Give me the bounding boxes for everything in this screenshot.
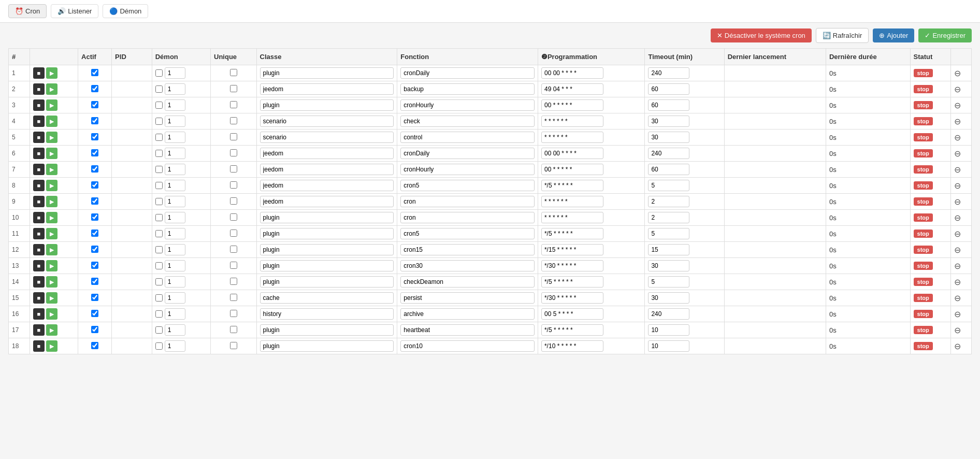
timeout-input[interactable] xyxy=(648,276,689,288)
classe-input[interactable] xyxy=(260,196,394,207)
run-button[interactable]: ▶ xyxy=(46,67,57,79)
fonction-input[interactable] xyxy=(400,324,535,336)
fonction-input[interactable] xyxy=(400,99,535,111)
programmation-input[interactable] xyxy=(541,292,603,304)
run-button[interactable]: ▶ xyxy=(46,132,57,143)
timeout-input[interactable] xyxy=(648,308,689,320)
run-button[interactable]: ▶ xyxy=(46,324,57,336)
unique-checkbox[interactable] xyxy=(230,133,237,140)
actif-checkbox[interactable] xyxy=(91,278,98,285)
unique-checkbox[interactable] xyxy=(230,326,237,333)
remove-button[interactable]: ⊖ xyxy=(954,149,961,159)
edit-button[interactable]: ■ xyxy=(33,308,45,320)
nav-listener[interactable]: 🔊 Listener xyxy=(51,4,98,18)
unique-checkbox[interactable] xyxy=(230,262,237,269)
timeout-input[interactable] xyxy=(648,116,689,127)
programmation-input[interactable] xyxy=(541,228,603,239)
remove-button[interactable]: ⊖ xyxy=(954,245,961,255)
demon-checkbox[interactable] xyxy=(155,294,163,302)
classe-input[interactable] xyxy=(260,340,394,352)
demon-checkbox[interactable] xyxy=(155,342,163,350)
run-button[interactable]: ▶ xyxy=(46,340,57,352)
programmation-input[interactable] xyxy=(541,324,603,336)
programmation-input[interactable] xyxy=(541,340,603,352)
demon-input[interactable] xyxy=(165,244,185,255)
stop-button[interactable]: stop xyxy=(914,165,933,174)
timeout-input[interactable] xyxy=(648,212,689,223)
demon-checkbox[interactable] xyxy=(155,102,163,109)
stop-button[interactable]: stop xyxy=(914,85,933,93)
stop-button[interactable]: stop xyxy=(914,117,933,125)
programmation-input[interactable] xyxy=(541,67,603,79)
fonction-input[interactable] xyxy=(400,148,535,159)
unique-checkbox[interactable] xyxy=(230,85,237,92)
timeout-input[interactable] xyxy=(648,83,689,95)
actif-checkbox[interactable] xyxy=(91,117,98,124)
fonction-input[interactable] xyxy=(400,308,535,320)
classe-input[interactable] xyxy=(260,67,394,79)
programmation-input[interactable] xyxy=(541,196,603,207)
remove-button[interactable]: ⊖ xyxy=(954,293,961,303)
edit-button[interactable]: ■ xyxy=(33,276,45,288)
timeout-input[interactable] xyxy=(648,228,689,239)
timeout-input[interactable] xyxy=(648,196,689,207)
demon-input[interactable] xyxy=(165,340,185,352)
run-button[interactable]: ▶ xyxy=(46,308,57,320)
remove-button[interactable]: ⊖ xyxy=(954,309,961,319)
fonction-input[interactable] xyxy=(400,276,535,288)
classe-input[interactable] xyxy=(260,308,394,320)
demon-input[interactable] xyxy=(165,132,185,143)
remove-button[interactable]: ⊖ xyxy=(954,133,961,142)
actif-checkbox[interactable] xyxy=(91,294,98,301)
demon-checkbox[interactable] xyxy=(155,69,163,77)
demon-checkbox[interactable] xyxy=(155,214,163,221)
programmation-input[interactable] xyxy=(541,116,603,127)
run-button[interactable]: ▶ xyxy=(46,116,57,127)
timeout-input[interactable] xyxy=(648,180,689,191)
demon-checkbox[interactable] xyxy=(155,85,163,93)
stop-button[interactable]: stop xyxy=(914,342,933,350)
stop-button[interactable]: stop xyxy=(914,101,933,109)
classe-input[interactable] xyxy=(260,212,394,223)
remove-button[interactable]: ⊖ xyxy=(954,325,961,335)
stop-button[interactable]: stop xyxy=(914,294,933,302)
edit-button[interactable]: ■ xyxy=(33,67,45,79)
programmation-input[interactable] xyxy=(541,132,603,143)
stop-button[interactable]: stop xyxy=(914,262,933,270)
remove-button[interactable]: ⊖ xyxy=(954,277,961,287)
classe-input[interactable] xyxy=(260,244,394,255)
demon-checkbox[interactable] xyxy=(155,246,163,253)
timeout-input[interactable] xyxy=(648,99,689,111)
programmation-input[interactable] xyxy=(541,260,603,271)
actif-checkbox[interactable] xyxy=(91,181,98,189)
programmation-input[interactable] xyxy=(541,212,603,223)
fonction-input[interactable] xyxy=(400,212,535,223)
edit-button[interactable]: ■ xyxy=(33,324,45,336)
fonction-input[interactable] xyxy=(400,116,535,127)
run-button[interactable]: ▶ xyxy=(46,196,57,207)
demon-input[interactable] xyxy=(165,324,185,336)
fonction-input[interactable] xyxy=(400,83,535,95)
edit-button[interactable]: ■ xyxy=(33,292,45,304)
run-button[interactable]: ▶ xyxy=(46,228,57,239)
unique-checkbox[interactable] xyxy=(230,278,237,285)
edit-button[interactable]: ■ xyxy=(33,180,45,191)
demon-input[interactable] xyxy=(165,99,185,111)
run-button[interactable]: ▶ xyxy=(46,164,57,175)
edit-button[interactable]: ■ xyxy=(33,164,45,175)
actif-checkbox[interactable] xyxy=(91,101,98,108)
classe-input[interactable] xyxy=(260,148,394,159)
fonction-input[interactable] xyxy=(400,260,535,271)
fonction-input[interactable] xyxy=(400,228,535,239)
programmation-input[interactable] xyxy=(541,164,603,175)
remove-button[interactable]: ⊖ xyxy=(954,117,961,126)
classe-input[interactable] xyxy=(260,228,394,239)
programmation-input[interactable] xyxy=(541,148,603,159)
edit-button[interactable]: ■ xyxy=(33,228,45,239)
remove-button[interactable]: ⊖ xyxy=(954,229,961,239)
edit-button[interactable]: ■ xyxy=(33,116,45,127)
remove-button[interactable]: ⊖ xyxy=(954,165,961,175)
demon-input[interactable] xyxy=(165,164,185,175)
stop-button[interactable]: stop xyxy=(914,246,933,254)
edit-button[interactable]: ■ xyxy=(33,132,45,143)
